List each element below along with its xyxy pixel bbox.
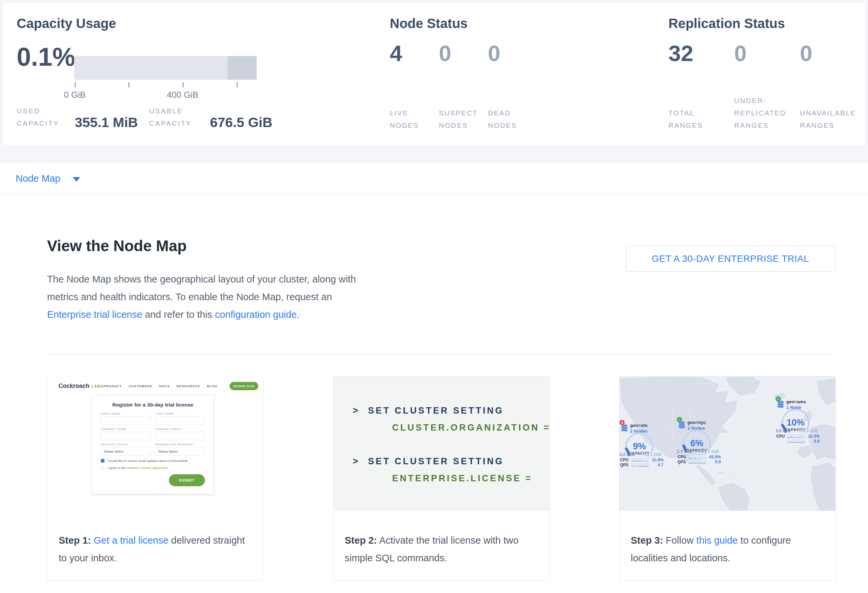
unavailable-ranges-stat: 0 UNAVAILABLE RANGES <box>800 42 866 131</box>
field-label: COMPANY EMAIL <box>155 428 205 431</box>
under-replicated-ranges-stat: 0 UNDER-REPLICATED RANGES <box>734 42 800 131</box>
node-status-stats: 4 LIVE NODES 0 SUSPECT NODES 0 DEAD NODE… <box>390 42 537 131</box>
capacity-bar-reserved-segment <box>227 56 257 80</box>
total-gib: 34.4 GiB <box>800 428 818 433</box>
qps-value: 0.0 <box>708 460 721 464</box>
capacity-values: 3.2 GiB 35.1 GiB <box>619 452 661 457</box>
qps-metric-row: 0.0 <box>776 439 819 444</box>
brand-name: Cockroach <box>58 383 89 390</box>
configuration-guide-link[interactable]: configuration guide <box>215 309 297 320</box>
axis-tick-label: 0 GiB <box>64 90 86 100</box>
cpu-metric-row: CPU 11.0% <box>620 458 663 462</box>
trial-registration-form: Register for a 30-day trial license FIRS… <box>92 395 214 494</box>
qps-value: 4.7 <box>651 463 663 467</box>
section-divider <box>47 354 835 355</box>
nav-item: PRODUCT <box>103 384 122 388</box>
prompt-symbol: > <box>353 456 360 466</box>
stat-label: TOTAL RANGES <box>669 107 712 131</box>
checkbox-label: I would like to receive email updates ab… <box>107 459 188 463</box>
checkbox-checked-icon <box>101 459 105 463</box>
node-map-promo-section: View the Node Map The Node Map shows the… <box>0 195 868 593</box>
cpu-sparkline <box>787 434 805 438</box>
nav-item: CUSTOMERS <box>128 384 152 388</box>
used-gib: 3.6 GiB <box>775 428 791 433</box>
live-nodes-stat: 4 LIVE NODES <box>390 42 439 131</box>
qps-label: QPS <box>678 460 688 464</box>
caret-down-icon <box>73 177 80 182</box>
submit-button: SUBMIT <box>169 474 205 486</box>
software-license-link: Software License Agreement. <box>127 466 168 469</box>
field-label: PROJECT PHASE <box>101 443 151 446</box>
node-status-title: Node Status <box>390 16 468 31</box>
cpu-metric-row: CPU 42.5% <box>678 455 721 459</box>
caption-text <box>91 535 94 546</box>
replication-status-title: Replication Status <box>669 16 785 31</box>
text-input <box>101 416 151 425</box>
stat-label: UNAVAILABLE RANGES <box>800 107 860 131</box>
select-input: Please Select <box>155 447 205 456</box>
database-stack-icon <box>777 400 784 408</box>
form-title: Register for a 30-day trial license <box>101 402 205 408</box>
cpu-label: CPU <box>678 455 688 459</box>
field-label: LAST NAME <box>155 412 205 415</box>
stat-value: 4 <box>390 42 439 64</box>
capacity-usage-title: Capacity Usage <box>17 16 116 31</box>
description-text: and refer to this <box>142 309 215 320</box>
command-text: SET CLUSTER SETTING <box>368 456 504 466</box>
mini-site-nav: PRODUCT CUSTOMERS DOCS RESOURCES BLOG DO… <box>103 382 258 390</box>
checkbox-label-text: I agree to the <box>107 466 127 469</box>
get-trial-license-link[interactable]: Get a trial license <box>94 535 168 546</box>
axis-tick <box>236 82 238 87</box>
used-gib: 3.2 GiB <box>619 452 635 457</box>
nav-item: BLOG <box>207 384 218 388</box>
sql-argument-line: ENTERPRISE.LICENSE = <box>392 473 550 484</box>
checkbox-label: I agree to the Software License Agreemen… <box>107 466 168 469</box>
database-stack-icon <box>621 424 628 432</box>
description-text: . <box>297 309 299 320</box>
step-number: Step 1: <box>59 535 91 546</box>
this-guide-link[interactable]: this guide <box>697 535 738 546</box>
total-ranges-stat: 32 TOTAL RANGES <box>669 42 734 131</box>
sql-command: > SET CLUSTER SETTING ENTERPRISE.LICENSE… <box>353 456 550 484</box>
text-input <box>155 416 205 425</box>
stat-value: 0 <box>488 42 537 64</box>
sql-command-line: > SET CLUSTER SETTING <box>353 406 550 416</box>
steps-cards-row: Cockroach LABS PRODUCT CUSTOMERS DOCS RE… <box>47 376 836 581</box>
caption-text: Follow <box>663 535 697 546</box>
prompt-symbol: > <box>353 406 360 416</box>
cpu-label: CPU <box>776 434 787 438</box>
sql-command: > SET CLUSTER SETTING CLUSTER.ORGANIZATI… <box>353 406 550 433</box>
step-number: Step 3: <box>631 535 663 546</box>
capacity-percent: 0.1% <box>17 42 75 72</box>
node-map-dropdown-label[interactable]: Node Map <box>16 173 61 184</box>
qps-sparkline <box>631 463 649 466</box>
stat-value: 0 <box>800 42 866 64</box>
node-locality: geo=nyc <box>688 420 706 425</box>
sql-argument-line: CLUSTER.ORGANIZATION = <box>392 422 550 433</box>
ok-badge-icon: ✓ <box>677 417 682 422</box>
dead-nodes-stat: 0 DEAD NODES <box>488 42 537 131</box>
get-enterprise-trial-button[interactable]: GET A 30-DAY ENTERPRISE TRIAL <box>626 246 835 272</box>
node-map-dropdown[interactable]: Node Map <box>0 162 868 195</box>
node-locality: geo=ams <box>786 399 806 404</box>
text-input <box>101 431 151 440</box>
alert-badge-icon: 1 <box>619 420 625 425</box>
qps-sparkline <box>787 440 805 443</box>
step3-card: 1 geo=sfo 2 Nodes 9% CAPACITY <box>619 376 836 581</box>
total-gib: 65.7 GiB <box>701 449 719 454</box>
stat-label: SUSPECT NODES <box>439 107 482 131</box>
step3-caption: Step 3: Follow this guide to configure l… <box>619 511 836 567</box>
suspect-nodes-stat: 0 SUSPECT NODES <box>439 42 488 131</box>
step2-caption: Step 2: Activate the trial license with … <box>334 511 550 567</box>
form-fields: FIRST NAME LAST NAME COMPANY NAME COMPAN… <box>101 412 205 456</box>
page-title: View the Node Map <box>47 237 186 255</box>
enterprise-trial-license-link[interactable]: Enterprise trial license <box>47 309 142 320</box>
qps-sparkline <box>688 460 706 464</box>
step1-screenshot: Cockroach LABS PRODUCT CUSTOMERS DOCS RE… <box>47 376 264 511</box>
email-updates-checkbox-row: I would like to receive email updates ab… <box>101 459 205 463</box>
capacity-percent: 10% <box>787 418 805 428</box>
cpu-value: 11.0% <box>651 458 663 462</box>
download-button: DOWNLOAD <box>230 382 258 390</box>
step2-sql-illustration: > SET CLUSTER SETTING CLUSTER.ORGANIZATI… <box>334 376 550 511</box>
nav-item: DOCS <box>159 384 170 388</box>
